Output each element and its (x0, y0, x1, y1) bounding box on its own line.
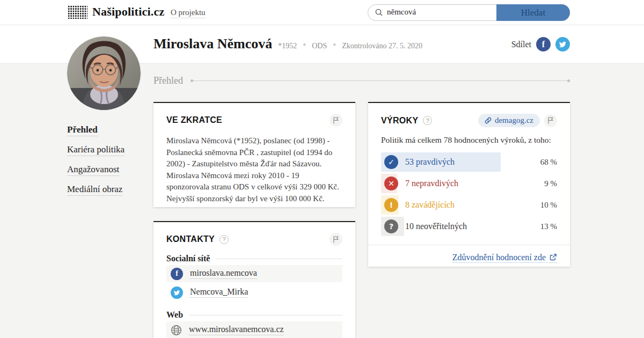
summary-text: Miroslava Němcová (*1952), poslanec (od … (166, 135, 342, 204)
globe-icon (171, 325, 182, 336)
top-navbar: Našipolitici.cz O projektu Hledat (0, 0, 644, 25)
share-label: Sdílet (511, 40, 531, 49)
profile-photo (67, 36, 141, 110)
stat-label-link[interactable]: 10 neověřitelných (405, 222, 467, 231)
facebook-handle-link[interactable]: miroslava.nemcova (190, 268, 257, 279)
demagog-source-link[interactable]: demagog.cz (478, 114, 540, 127)
rating-explanation-link[interactable]: Zdůvodnění hodnocení zde (452, 253, 557, 263)
stat-label-link[interactable]: 8 zavádějících (405, 200, 455, 210)
sidebar-item-angazovanost[interactable]: Angažovanost (67, 164, 148, 175)
stat-percent: 68 % (540, 158, 557, 167)
sidebar-item-prehled[interactable]: Přehled (67, 124, 148, 135)
link-icon (485, 117, 492, 124)
question-circle-icon: ? (384, 219, 398, 233)
search-input[interactable] (387, 4, 489, 20)
stat-row-true: ✓ 53 pravdivých 68 % (381, 151, 557, 173)
birth-year: *1952 (278, 42, 297, 50)
sidebar-item-medialni-obraz[interactable]: Mediální obraz (67, 184, 148, 195)
report-flag-button[interactable] (330, 114, 342, 127)
stat-percent: 9 % (544, 179, 557, 188)
stat-label-link[interactable]: 53 pravdivých (405, 157, 455, 167)
twitter-contact-row[interactable]: Nemcova_Mirka (166, 284, 342, 301)
help-icon[interactable]: ? (423, 116, 432, 125)
share-facebook-icon[interactable]: f (536, 37, 551, 52)
stat-percent: 10 % (540, 201, 557, 210)
stat-row-unverifiable: ? 10 neověřitelných 13 % (381, 216, 557, 237)
website-link[interactable]: www.miroslavanemcova.cz (189, 325, 284, 335)
section-title: Přehled (153, 75, 183, 86)
x-circle-icon: ✕ (384, 177, 398, 190)
site-logo[interactable]: Našipolitici.cz (67, 5, 164, 19)
check-circle-icon: ✓ (384, 155, 398, 169)
search-icon (375, 8, 383, 17)
stat-label-link[interactable]: 7 nepravdivých (405, 179, 458, 188)
statements-intro: Politik má celkem 78 hodnocených výroků,… (381, 135, 557, 145)
website-contact-row[interactable]: www.miroslavanemcova.cz (166, 321, 342, 338)
twitter-bird-icon (173, 289, 180, 296)
separator-dot: ● (303, 41, 306, 47)
separator-dot: ● (333, 41, 336, 47)
sidebar-nav: Přehled Kariéra politika Angažovanost Me… (67, 124, 148, 204)
sidebar-item-kariera[interactable]: Kariéra politika (67, 144, 148, 155)
divider (216, 259, 342, 259)
report-flag-button[interactable] (330, 233, 342, 246)
search-button[interactable]: Hledat (496, 4, 570, 21)
summary-card: VE ZKRATCE Miroslava Němcová (*1952), po… (153, 102, 355, 207)
logo-text: Našipolitici.cz (92, 5, 164, 19)
share-twitter-icon[interactable] (555, 37, 570, 52)
twitter-handle-link[interactable]: Nemcova_Mirka (190, 287, 248, 298)
twitter-icon (171, 286, 183, 299)
flag-icon (547, 117, 554, 124)
nav-about-link[interactable]: O projektu (171, 8, 206, 18)
twitter-bird-icon (559, 40, 567, 48)
flag-icon (333, 117, 339, 124)
contacts-card: KONTAKTY ? Socialní sítě f miroslava.nem… (153, 221, 355, 338)
social-networks-header: Socialní sítě (166, 254, 210, 263)
checked-date: Zkontrolováno 27. 5. 2020 (342, 42, 422, 50)
stat-percent: 13 % (540, 222, 557, 231)
help-icon[interactable]: ? (219, 235, 229, 244)
facebook-icon: f (171, 268, 183, 280)
facebook-contact-row[interactable]: f miroslava.nemcova (166, 265, 342, 282)
party-label: ODS (312, 42, 327, 50)
exclamation-circle-icon: ! (384, 198, 398, 212)
web-header: Web (166, 310, 183, 320)
contacts-card-title: KONTAKTY (166, 234, 215, 244)
divider (368, 245, 570, 245)
search-group: Hledat (368, 4, 570, 21)
logo-dots-icon (67, 5, 87, 19)
statements-card: VÝROKY ? demagog.cz Politik má celkem 78… (368, 102, 570, 267)
report-flag-button[interactable] (544, 114, 557, 127)
section-header: Přehled (153, 75, 570, 86)
summary-card-title: VE ZKRATCE (166, 115, 222, 125)
politician-name: Miroslava Němcová (153, 36, 272, 52)
external-link-icon (549, 253, 557, 261)
statements-card-title: VÝROKY (381, 116, 418, 126)
stat-row-misleading: ! 8 zavádějících 10 % (381, 194, 557, 216)
stat-row-false: ✕ 7 nepravdivých 9 % (381, 173, 557, 194)
statements-stats: ✓ 53 pravdivých 68 % ✕ 7 nepravdivých 9 … (381, 151, 557, 237)
flag-icon (333, 236, 339, 243)
section-divider (191, 80, 570, 81)
divider (189, 315, 342, 315)
